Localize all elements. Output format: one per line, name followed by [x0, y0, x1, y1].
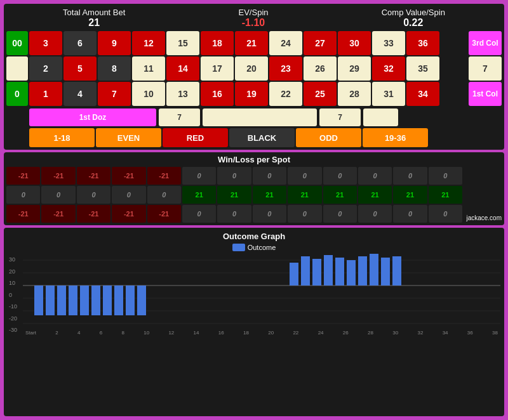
num-16[interactable]: 16: [201, 82, 234, 106]
black-btn[interactable]: BLACK: [229, 128, 295, 147]
x-14: 14: [194, 330, 199, 336]
num-2[interactable]: 2: [29, 56, 62, 81]
num-22[interactable]: 22: [269, 82, 302, 106]
num-32[interactable]: 32: [372, 56, 405, 81]
even-btn[interactable]: EVEN: [96, 128, 161, 147]
third-col-btn[interactable]: 3rd Col: [469, 31, 502, 55]
num-20[interactable]: 20: [235, 56, 268, 81]
num-34[interactable]: 34: [406, 82, 439, 106]
ev-spin-stat: EV/Spin -1.10: [239, 8, 269, 29]
wl-mid-9: 21: [288, 186, 321, 204]
x-32: 32: [417, 330, 423, 336]
y-10: 10: [9, 280, 22, 286]
num-35[interactable]: 35: [406, 56, 439, 81]
wl-col-4: -21 0 -21: [112, 167, 145, 223]
wl-col-10: 0 21 0: [323, 167, 357, 223]
x-12: 12: [168, 330, 174, 336]
num-18[interactable]: 18: [201, 31, 234, 55]
wl-col-11: 0 21 0: [358, 167, 392, 223]
num-6[interactable]: 6: [64, 31, 97, 55]
wl-bot-13: 0: [429, 205, 462, 223]
num-17[interactable]: 17: [201, 56, 234, 81]
wl-mid-13: 21: [429, 186, 462, 204]
outside-row: 1-18 EVEN RED BLACK ODD 19-36: [29, 128, 502, 147]
wl-top-4: -21: [112, 167, 145, 185]
y-30: 30: [9, 256, 22, 263]
dozen-extra-btn[interactable]: [363, 108, 398, 126]
num-7[interactable]: 7: [98, 82, 131, 106]
y-20: 20: [9, 268, 22, 275]
second-dozen-btn[interactable]: 7: [159, 108, 200, 126]
odd-btn[interactable]: ODD: [296, 128, 361, 147]
third-dozen-btn[interactable]: [203, 108, 317, 126]
double-zero-cell[interactable]: 00: [6, 31, 28, 55]
zero-cell[interactable]: 0: [6, 82, 28, 106]
num-19[interactable]: 19: [235, 82, 268, 106]
x-18: 18: [243, 330, 249, 336]
num-1[interactable]: 1: [29, 82, 62, 106]
wl-bot-10: 0: [323, 205, 357, 223]
num-21[interactable]: 21: [235, 31, 268, 55]
num-15[interactable]: 15: [166, 31, 199, 55]
high-btn[interactable]: 19-36: [363, 128, 428, 147]
wl-mid-12: 21: [393, 186, 427, 204]
wl-mid-10: 21: [323, 186, 357, 204]
first-dozen-btn[interactable]: 1st Doz: [29, 108, 156, 126]
wl-col-12: 0 21 0: [393, 167, 427, 223]
bar-r7: [358, 256, 367, 285]
x-38: 38: [492, 330, 498, 336]
second-col-btn[interactable]: 7: [469, 56, 502, 81]
num-14[interactable]: 14: [166, 56, 199, 81]
ev-spin-label: EV/Spin: [239, 8, 269, 17]
num-5[interactable]: 5: [64, 56, 97, 81]
num-4[interactable]: 4: [64, 82, 97, 106]
low-btn[interactable]: 1-18: [29, 128, 95, 147]
wl-mid-2: 0: [41, 186, 75, 204]
bar-r1: [290, 263, 298, 285]
num-24[interactable]: 24: [269, 31, 302, 55]
num-26[interactable]: 26: [304, 56, 337, 81]
bar-r2: [301, 256, 310, 285]
wl-col-2: -21 0 -21: [41, 167, 75, 223]
y-neg10: -10: [9, 303, 22, 310]
num-3[interactable]: 3: [29, 31, 62, 55]
side-column: 3rd Col 7 1st Col: [469, 31, 502, 106]
num-12[interactable]: 12: [132, 31, 165, 55]
num-25[interactable]: 25: [304, 82, 337, 106]
wl-bot-5: -21: [147, 205, 181, 223]
wl-col-13: 0 21 0: [429, 167, 462, 223]
num-36[interactable]: 36: [406, 31, 439, 55]
num-28[interactable]: 28: [338, 82, 371, 106]
wl-top-5: -21: [147, 167, 181, 185]
winloss-title: Win/Loss per Spot: [6, 155, 502, 164]
total-bet-value: 21: [63, 17, 125, 29]
x-30: 30: [392, 330, 398, 336]
comp-value-label: Comp Value/Spin: [382, 8, 445, 17]
num-33[interactable]: 33: [372, 31, 405, 55]
first-col-btn[interactable]: 1st Col: [469, 82, 502, 106]
wl-mid-6: 21: [182, 186, 216, 204]
bar-5: [80, 285, 89, 315]
wl-top-13: 0: [429, 167, 462, 185]
num-11[interactable]: 11: [132, 56, 165, 81]
wl-top-8: 0: [253, 167, 286, 185]
num-31[interactable]: 31: [372, 82, 405, 106]
graph-title: Outcome Graph: [8, 232, 500, 241]
num-8[interactable]: 8: [98, 56, 131, 81]
bar-8: [114, 285, 123, 315]
third-dozen-num-btn[interactable]: 7: [319, 108, 361, 126]
y-neg20: -20: [9, 315, 22, 322]
dozen-row: 1st Doz 7 7: [29, 108, 502, 126]
comp-value-value: 0.22: [382, 17, 445, 29]
num-29[interactable]: 29: [338, 56, 371, 81]
numbers-row-mid: 2 5 8 11 14 17 20 23 26 29 32 35: [29, 56, 467, 81]
num-13[interactable]: 13: [166, 82, 199, 106]
wl-col-8: 0 21 0: [253, 167, 286, 223]
y-0: 0: [9, 292, 22, 298]
num-10[interactable]: 10: [132, 82, 165, 106]
num-9[interactable]: 9: [98, 31, 131, 55]
red-btn[interactable]: RED: [163, 128, 228, 147]
num-30[interactable]: 30: [338, 31, 371, 55]
num-27[interactable]: 27: [304, 31, 337, 55]
num-23[interactable]: 23: [269, 56, 302, 81]
